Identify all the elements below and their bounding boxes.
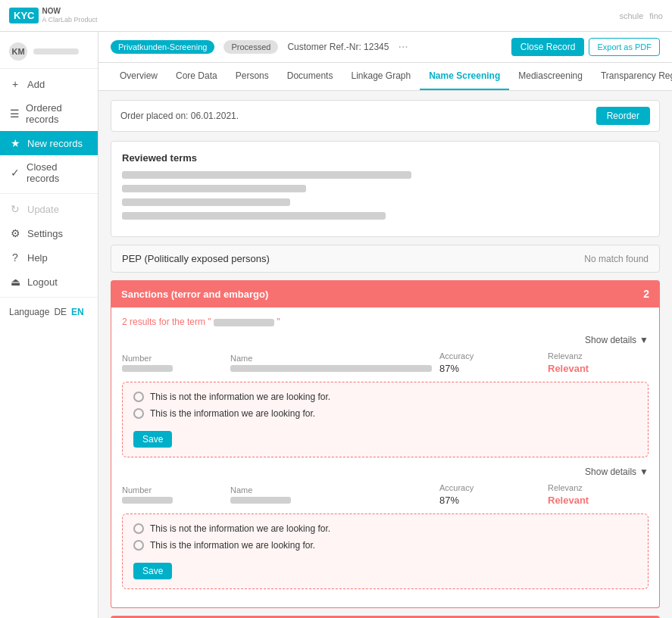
add-icon: + <box>9 78 21 90</box>
sidebar-item-ordered-records[interactable]: ☰ Ordered records <box>0 96 98 131</box>
sidebar-user: KM <box>0 38 98 65</box>
radio-box-1: This is not the information we are looki… <box>122 382 649 457</box>
tab-name-screening[interactable]: Name Screening <box>420 63 509 90</box>
radio-circle-yes-2 <box>133 540 144 551</box>
relevanz-value-1: Relevant <box>548 363 649 374</box>
reviewed-terms-title: Reviewed terms <box>122 152 649 164</box>
record-2-name: Name <box>230 485 432 504</box>
sidebar-item-update[interactable]: ↻ Update <box>0 197 98 221</box>
order-bar: Order placed on: 06.01.2021. Reorder <box>111 100 660 132</box>
show-details-row-1: Show details ▼ <box>122 335 649 345</box>
sanctions-body: 2 results for the term " " Show details … <box>111 307 660 608</box>
save-button-1[interactable]: Save <box>133 431 172 448</box>
tab-linkage-graph[interactable]: Linkage Graph <box>342 63 420 90</box>
tab-documents[interactable]: Documents <box>278 63 342 90</box>
results-suffix: " <box>277 317 280 327</box>
record-2-accuracy: Accuracy 87% <box>439 483 540 506</box>
radio-yes-label-2: This is the information we are looking f… <box>150 540 315 551</box>
reorder-button[interactable]: Reorder <box>596 107 650 125</box>
order-date-text: Order placed on: 06.01.2021. <box>120 111 239 121</box>
sidebar-item-help[interactable]: ? Help <box>0 245 98 270</box>
tab-core-data[interactable]: Core Data <box>167 63 227 90</box>
tab-mediascreening[interactable]: Mediascreening <box>509 63 592 90</box>
sidebar-item-logout-label: Logout <box>27 276 58 288</box>
lang-en[interactable]: EN <box>71 307 84 317</box>
sanctions-header: Sanctions (terror and embargo) 2 <box>111 280 660 307</box>
sidebar-item-new-records[interactable]: ★ New records <box>0 131 98 155</box>
brand-schule: schule <box>619 11 643 20</box>
radio-yes-label-1: This is the information we are looking f… <box>150 408 315 419</box>
radio-box-2: This is not the information we are looki… <box>122 513 649 589</box>
show-details-row-2: Show details ▼ <box>122 467 649 477</box>
topbar: KYC NOW A ClarLab Product schule fino <box>0 0 672 32</box>
record-1-relevanz: Relevanz Relevant <box>548 351 649 374</box>
sidebar-item-help-label: Help <box>27 252 48 264</box>
sidebar-item-add[interactable]: + Add <box>0 72 98 96</box>
sidebar-item-closed-records[interactable]: ✓ Closed records <box>0 155 98 190</box>
record-1-name: Name <box>230 354 432 372</box>
chevron-down-icon-2: ▼ <box>639 467 649 477</box>
save-button-2[interactable]: Save <box>133 563 172 579</box>
sidebar-item-ordered-label: Ordered records <box>26 102 89 125</box>
radio-not-looking-1[interactable]: This is not the information we are looki… <box>133 392 637 402</box>
update-icon: ↻ <box>9 203 21 215</box>
radio-circle-not-1 <box>133 392 144 402</box>
sidebar-item-new-label: New records <box>27 138 83 149</box>
logo-now: NOW <box>42 7 97 16</box>
number-bar-2 <box>122 497 173 504</box>
chevron-down-icon-1: ▼ <box>639 335 649 345</box>
record-header: Privatkunden-Screening Processed Custome… <box>98 32 672 63</box>
export-pdf-button[interactable]: Export as PDF <box>589 38 660 56</box>
kyc-logo: KYC NOW A ClarLab Product <box>9 7 98 24</box>
reviewed-term-bar-2 <box>122 185 306 192</box>
logo-kyc: KYC <box>14 10 34 21</box>
reviewed-terms-section: Reviewed terms <box>111 141 660 237</box>
name-bar-1 <box>230 365 432 372</box>
lang-de[interactable]: DE <box>54 307 67 317</box>
ordered-records-icon: ☰ <box>9 108 20 120</box>
relevanz-value-2: Relevant <box>548 495 649 506</box>
sidebar-item-update-label: Update <box>27 204 59 215</box>
language-switcher: Language DE EN <box>0 301 98 323</box>
sidebar-item-settings-label: Settings <box>27 228 63 239</box>
customer-ref: Customer Ref.-Nr: 12345 <box>287 42 389 52</box>
sanction-record-1: Show details ▼ Number Name <box>122 335 649 457</box>
status-pill: Privatkunden-Screening <box>111 40 214 54</box>
sanctions-section: Sanctions (terror and embargo) 2 2 resul… <box>111 280 660 608</box>
record-2-relevanz: Relevanz Relevant <box>548 483 649 506</box>
sanctions-count: 2 <box>643 288 649 300</box>
sanction-record-2: Show details ▼ Number Name <box>122 467 649 589</box>
logout-icon: ⏏ <box>9 276 21 288</box>
name-bar-2 <box>230 497 291 504</box>
radio-circle-yes-1 <box>133 408 144 419</box>
sidebar-item-add-label: Add <box>27 79 45 90</box>
brand-fino: fino <box>649 11 663 20</box>
sidebar: KM + Add ☰ Ordered records ★ New records… <box>0 32 98 618</box>
pep-title: PEP (Politically exposed persons) <box>122 253 270 264</box>
radio-looking-1[interactable]: This is the information we are looking f… <box>133 408 637 419</box>
sidebar-item-logout[interactable]: ⏏ Logout <box>0 270 98 294</box>
user-badge: KM <box>9 42 27 61</box>
tab-overview[interactable]: Overview <box>111 63 167 90</box>
tab-transparency-register[interactable]: Transparency Register <box>592 63 672 90</box>
radio-looking-2[interactable]: This is the information we are looking f… <box>133 540 637 551</box>
radio-not-looking-2[interactable]: This is not the information we are looki… <box>133 523 637 534</box>
sidebar-item-settings[interactable]: ⚙ Settings <box>0 221 98 245</box>
results-prefix: 2 results for the term " <box>122 317 211 327</box>
header-buttons: Close Record Export as PDF <box>511 38 660 56</box>
record-2-number: Number <box>122 485 223 504</box>
radio-circle-not-2 <box>133 523 144 534</box>
tab-persons[interactable]: Persons <box>227 63 278 90</box>
pep-section: PEP (Politically exposed persons) No mat… <box>111 245 660 273</box>
show-details-button-1[interactable]: Show details ▼ <box>585 335 649 345</box>
show-details-button-2[interactable]: Show details ▼ <box>585 467 649 477</box>
results-term-bar <box>214 319 274 326</box>
more-options[interactable]: ··· <box>398 40 408 54</box>
settings-icon: ⚙ <box>9 227 21 239</box>
close-record-button[interactable]: Close Record <box>511 38 585 56</box>
number-bar-1 <box>122 365 173 372</box>
user-name-bar <box>33 48 79 55</box>
topbar-right: schule fino <box>619 11 663 20</box>
logo-product: A ClarLab Product <box>42 16 97 24</box>
help-icon: ? <box>9 251 21 264</box>
